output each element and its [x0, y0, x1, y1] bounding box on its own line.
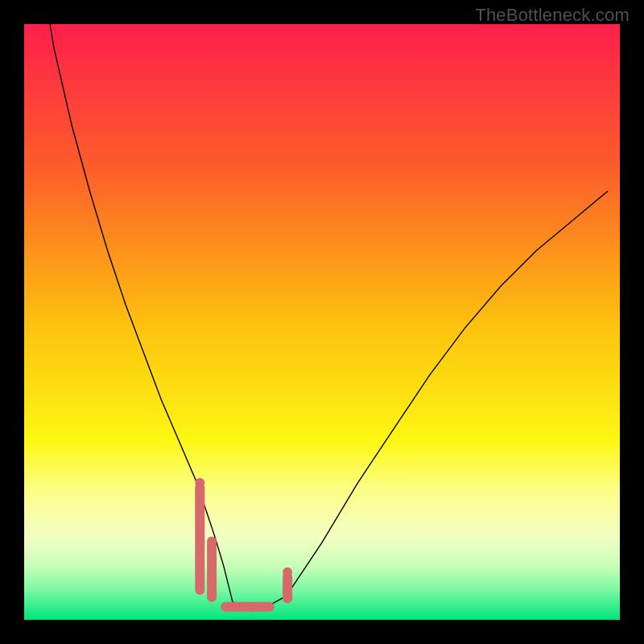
svg-point-4 — [283, 568, 292, 577]
svg-point-1 — [195, 478, 204, 488]
watermark-text: TheBottleneck.com — [475, 5, 630, 26]
svg-rect-2 — [207, 536, 217, 601]
svg-rect-0 — [195, 483, 204, 595]
gradient-background — [24, 24, 620, 620]
bottleneck-plot — [24, 24, 620, 620]
chart-frame: TheBottleneck.com — [0, 0, 644, 644]
svg-rect-5 — [221, 602, 275, 612]
